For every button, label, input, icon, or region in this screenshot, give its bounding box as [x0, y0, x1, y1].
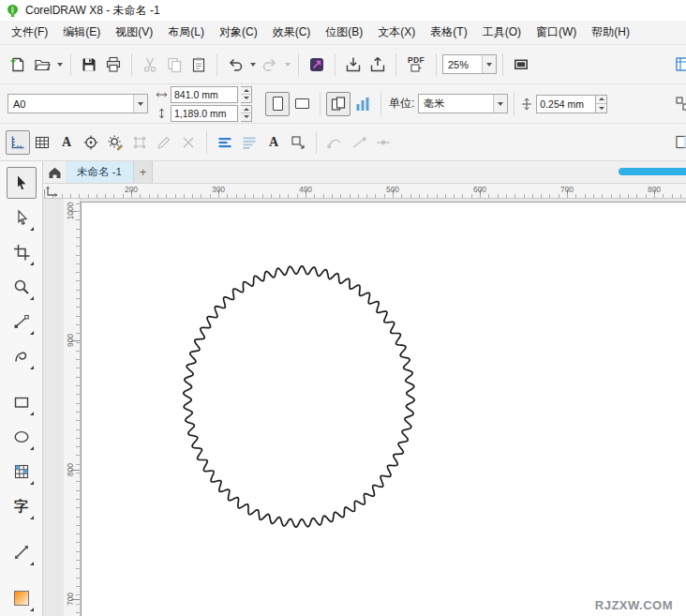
graph-paper-tool-icon [13, 463, 30, 480]
menu-object[interactable]: 对象(C) [212, 21, 265, 44]
options-button[interactable] [103, 130, 127, 155]
delete-button[interactable] [176, 130, 201, 155]
page-width-stepper[interactable] [241, 86, 252, 103]
print-button[interactable] [101, 53, 126, 77]
fullscreen-preview-button[interactable] [509, 53, 533, 77]
zoom-level-combo[interactable]: 25% [442, 54, 497, 74]
horizontal-ruler[interactable]: 200 300 400 500 600 700 800 [43, 184, 686, 199]
nudge-field[interactable]: 0.254 mm [536, 95, 596, 113]
undo-dropdown[interactable] [247, 53, 258, 77]
menu-bitmaps[interactable]: 位图(B) [318, 21, 370, 44]
export-icon [369, 56, 386, 73]
duplicate-distance-icon [675, 96, 686, 113]
step-down[interactable] [241, 94, 251, 102]
menu-window[interactable]: 窗口(W) [529, 21, 584, 44]
page-height-stepper[interactable] [241, 105, 252, 122]
new-document-button[interactable] [6, 53, 30, 77]
text-tool[interactable]: 字 [7, 490, 37, 522]
open-button[interactable] [30, 53, 54, 77]
paste-button[interactable] [186, 53, 211, 77]
menu-tools[interactable]: 工具(O) [475, 21, 529, 44]
step-down[interactable] [241, 113, 251, 121]
tab-scrollbar[interactable] [619, 168, 686, 175]
rectangle-tool[interactable] [7, 386, 37, 418]
vertical-ruler[interactable]: 1000 900 800 700 [64, 199, 81, 616]
current-page-button[interactable] [350, 92, 375, 116]
dockers-button[interactable] [671, 130, 686, 155]
copy-button[interactable] [162, 53, 186, 77]
step-up[interactable] [241, 106, 251, 113]
target-icon [82, 134, 99, 151]
chevron-down-icon[interactable] [493, 95, 507, 113]
text-options-button[interactable]: A [54, 130, 79, 155]
smooth-node-button[interactable] [371, 130, 395, 155]
graph-paper-tool[interactable] [7, 456, 37, 488]
document-tab[interactable]: 未命名 -1 [66, 161, 134, 183]
canvas[interactable]: 1000 900 800 700 RJZXW.COM [43, 199, 686, 616]
units-combo[interactable]: 毫米 [418, 94, 508, 113]
ellipse-tool[interactable] [7, 421, 37, 453]
welcome-tab-button[interactable] [43, 161, 66, 183]
ruler-tick-label: 500 [379, 185, 407, 194]
drawing-page[interactable] [81, 202, 686, 616]
freehand-tool[interactable] [7, 306, 37, 338]
pick-tool[interactable] [7, 167, 37, 199]
menu-file[interactable]: 文件(F) [4, 21, 55, 44]
nudge-stepper[interactable] [596, 95, 607, 113]
text-properties-button[interactable]: A [261, 130, 286, 155]
wavy-ellipse-path[interactable] [184, 266, 414, 527]
shape-tool[interactable] [7, 202, 37, 233]
parallel-dimension-tool[interactable] [7, 536, 37, 568]
page-width-field[interactable]: 841.0 mm [171, 86, 238, 103]
menu-text[interactable]: 文本(X) [370, 21, 423, 44]
artistic-media-tool[interactable] [7, 340, 37, 372]
open-dropdown[interactable] [54, 53, 65, 77]
paragraph-button[interactable] [237, 130, 261, 155]
corner-settings-button[interactable] [286, 130, 310, 155]
import-button[interactable] [341, 53, 365, 77]
zoom-tool[interactable] [7, 271, 37, 303]
show-rulers-button[interactable] [671, 53, 686, 77]
step-up[interactable] [596, 96, 606, 104]
all-pages-button[interactable] [326, 92, 350, 116]
align-lines-button[interactable] [213, 130, 237, 155]
step-down[interactable] [596, 103, 606, 113]
edit-path-button[interactable] [152, 130, 176, 155]
undo-button[interactable] [223, 53, 247, 77]
app-launcher-button[interactable] [305, 53, 329, 77]
grid-setup-button[interactable] [30, 130, 54, 155]
menu-effects[interactable]: 效果(C) [265, 21, 319, 44]
menu-help[interactable]: 帮助(H) [584, 21, 637, 44]
ruler-setup-button[interactable] [6, 130, 30, 155]
chevron-down-icon[interactable] [482, 55, 496, 73]
page-size-combo[interactable]: A0 [7, 94, 148, 113]
redo-button[interactable] [258, 53, 282, 77]
publish-pdf-button[interactable]: PDF [402, 53, 430, 77]
redo-dropdown[interactable] [282, 53, 292, 77]
step-up[interactable] [241, 87, 251, 95]
import-icon [345, 56, 362, 73]
portrait-button[interactable] [265, 92, 290, 116]
units-label: 单位: [389, 96, 414, 112]
chevron-down-icon[interactable] [133, 95, 147, 113]
menu-view[interactable]: 视图(V) [108, 21, 160, 44]
node-curve-button[interactable] [322, 130, 347, 155]
watermark: RJZXW.COM [595, 598, 673, 612]
save-button[interactable] [77, 53, 101, 77]
wavy-circle-drawing[interactable] [82, 203, 686, 616]
interactive-fill-tool[interactable] [7, 582, 37, 614]
crop-tool[interactable] [7, 236, 37, 268]
menu-layout[interactable]: 布局(L) [160, 21, 212, 44]
export-button[interactable] [365, 53, 390, 77]
cut-button[interactable] [138, 53, 162, 77]
node-line-button[interactable] [347, 130, 371, 155]
menu-edit[interactable]: 编辑(E) [55, 21, 108, 44]
new-document-tab-button[interactable]: + [134, 161, 153, 183]
landscape-button[interactable] [290, 92, 314, 116]
duplicate-distance-button[interactable] [671, 92, 686, 116]
snap-target-button[interactable] [79, 130, 103, 155]
node-handles-button[interactable] [127, 130, 152, 155]
menu-table[interactable]: 表格(T) [423, 21, 474, 44]
page-height-field[interactable]: 1,189.0 mm [171, 105, 238, 122]
ruler-origin-icon[interactable] [46, 186, 58, 197]
